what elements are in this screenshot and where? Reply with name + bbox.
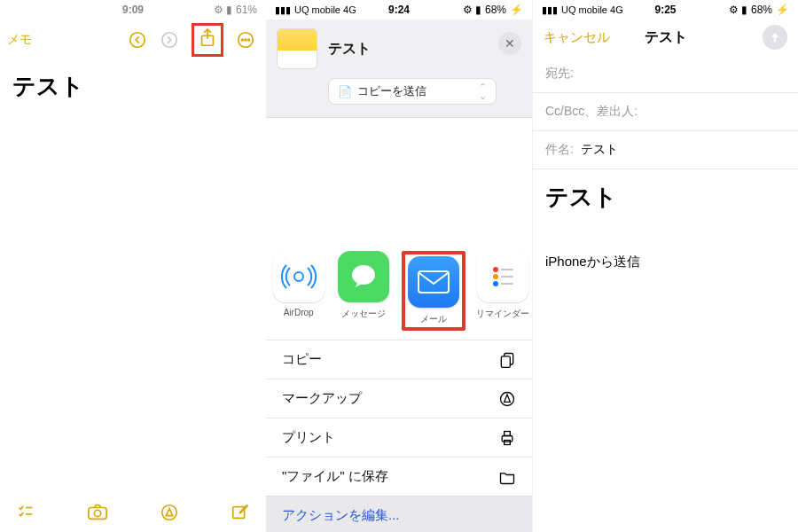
app-label: AirDrop bbox=[271, 308, 325, 317]
svg-point-14 bbox=[352, 265, 375, 285]
svg-rect-27 bbox=[505, 440, 511, 444]
app-label: メッセージ bbox=[336, 308, 390, 320]
cc-label: Cc/Bcc、差出人: bbox=[545, 104, 638, 118]
send-copy-dropdown[interactable]: 📄 コピーを送信 ⌃⌄ bbox=[328, 78, 497, 105]
compose-title: テスト bbox=[645, 28, 687, 47]
undo-icon[interactable] bbox=[128, 30, 147, 50]
action-markup[interactable]: マークアップ bbox=[266, 379, 532, 418]
mail-body[interactable]: テスト iPhoneから送信 bbox=[533, 169, 798, 283]
svg-point-16 bbox=[493, 267, 498, 272]
checklist-icon[interactable] bbox=[16, 503, 35, 522]
cc-bcc-field[interactable]: Cc/Bcc、差出人: bbox=[533, 93, 798, 131]
svg-rect-23 bbox=[501, 356, 510, 367]
action-save-to-files[interactable]: "ファイル" に保存 bbox=[266, 457, 532, 496]
status-carrier: UQ mobile 4G bbox=[294, 4, 356, 15]
svg-point-10 bbox=[94, 510, 100, 516]
app-label: メール bbox=[407, 313, 460, 325]
compose-icon[interactable] bbox=[231, 503, 250, 522]
status-bar: 9:09 ⚙ ▮ 61% bbox=[0, 0, 266, 20]
status-time: 9:09 bbox=[122, 4, 144, 16]
svg-rect-12 bbox=[233, 507, 245, 519]
highlight-share-button bbox=[192, 23, 223, 57]
svg-point-5 bbox=[245, 39, 246, 41]
more-icon[interactable] bbox=[236, 30, 255, 50]
status-battery: 68% bbox=[751, 4, 772, 16]
subject-value: テスト bbox=[581, 142, 618, 156]
dropdown-label: コピーを送信 bbox=[357, 83, 426, 99]
status-bar: ▮▮▮ UQ mobile 4G 9:24 ⚙ ▮ 68% ⚡ bbox=[266, 0, 532, 20]
status-battery: 68% bbox=[485, 4, 506, 16]
subject-label: 件名: bbox=[545, 142, 574, 156]
redo-icon bbox=[160, 30, 179, 50]
signature-text: iPhoneから送信 bbox=[545, 254, 786, 270]
status-carrier: UQ mobile 4G bbox=[561, 4, 623, 15]
markup-icon bbox=[498, 390, 516, 408]
svg-rect-26 bbox=[505, 431, 511, 435]
camera-icon[interactable] bbox=[87, 503, 108, 522]
action-label: コピー bbox=[282, 351, 322, 368]
copy-icon bbox=[498, 351, 516, 369]
back-button[interactable]: メモ bbox=[7, 32, 32, 48]
action-copy[interactable]: コピー bbox=[266, 340, 532, 379]
chevron-updown-icon: ⌃⌄ bbox=[479, 82, 487, 100]
share-app-row: AirDrop メッセージ メール リマイ bbox=[266, 251, 532, 340]
highlight-mail-app: メール bbox=[402, 251, 466, 331]
status-battery: 61% bbox=[236, 4, 257, 16]
svg-point-6 bbox=[248, 39, 250, 41]
svg-point-0 bbox=[130, 33, 145, 48]
close-icon[interactable]: ✕ bbox=[498, 32, 521, 55]
to-field[interactable]: 宛先: bbox=[533, 55, 798, 93]
note-thumbnail-icon bbox=[277, 28, 317, 69]
send-button[interactable] bbox=[763, 25, 787, 50]
to-label: 宛先: bbox=[545, 66, 574, 80]
app-label: リマインダー bbox=[476, 308, 530, 320]
action-label: プリント bbox=[282, 429, 335, 446]
share-sheet-title: テスト bbox=[328, 40, 371, 59]
share-sheet-header: テスト ✕ 📄 コピーを送信 ⌃⌄ bbox=[266, 20, 532, 118]
body-title: テスト bbox=[545, 182, 786, 213]
print-icon bbox=[498, 429, 516, 447]
action-label: マークアップ bbox=[282, 390, 362, 407]
svg-rect-15 bbox=[419, 271, 449, 293]
svg-point-18 bbox=[493, 281, 498, 286]
draw-icon[interactable] bbox=[160, 503, 179, 522]
share-app-messages[interactable]: メッセージ bbox=[336, 251, 390, 331]
status-time: 9:24 bbox=[388, 4, 410, 16]
share-icon[interactable] bbox=[198, 27, 217, 49]
edit-actions-button[interactable]: アクションを編集... bbox=[266, 496, 532, 532]
status-time: 9:25 bbox=[654, 4, 676, 16]
share-app-reminders[interactable]: リマインダー bbox=[476, 251, 530, 331]
action-print[interactable]: プリント bbox=[266, 418, 532, 457]
status-bar: ▮▮▮ UQ mobile 4G 9:25 ⚙ ▮ 68% ⚡ bbox=[533, 0, 798, 20]
svg-point-4 bbox=[241, 39, 243, 41]
action-label: "ファイル" に保存 bbox=[282, 468, 388, 485]
svg-point-1 bbox=[162, 33, 177, 48]
share-app-airdrop[interactable]: AirDrop bbox=[271, 251, 325, 331]
svg-point-17 bbox=[493, 274, 498, 279]
folder-icon bbox=[498, 468, 516, 486]
subject-field[interactable]: 件名: テスト bbox=[533, 131, 798, 169]
share-app-mail[interactable]: メール bbox=[407, 256, 460, 325]
note-title[interactable]: テスト bbox=[0, 55, 266, 118]
svg-point-13 bbox=[294, 272, 303, 281]
edit-actions-label: アクションを編集... bbox=[282, 507, 400, 524]
cancel-button[interactable]: キャンセル bbox=[544, 29, 610, 46]
